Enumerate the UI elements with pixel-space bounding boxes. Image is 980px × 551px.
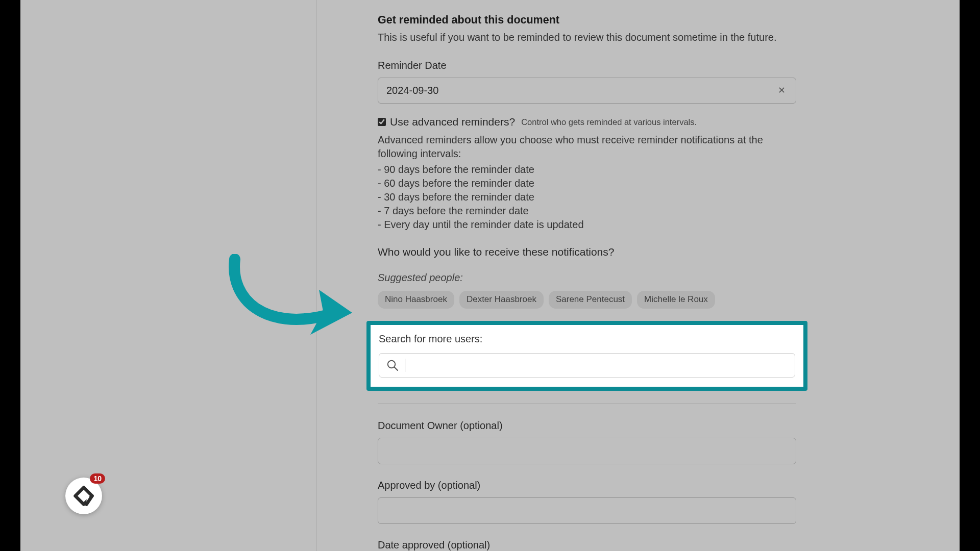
approved-by-input[interactable]: [378, 497, 796, 524]
interval-item: - 30 days before the reminder date: [378, 190, 796, 204]
reminder-date-input[interactable]: 2024-09-30 ✕: [378, 78, 796, 104]
advanced-intervals-list: - 90 days before the reminder date - 60 …: [378, 163, 796, 232]
suggested-person-chip[interactable]: Nino Haasbroek: [378, 291, 454, 309]
search-users-input[interactable]: [411, 359, 788, 371]
date-approved-label: Date approved (optional): [378, 538, 796, 551]
reminder-date-value: 2024-09-30: [386, 84, 438, 97]
search-icon: [386, 359, 399, 371]
advanced-description: Advanced reminders allow you choose who …: [378, 133, 796, 161]
section-divider: [378, 403, 796, 404]
text-caret: [405, 359, 405, 372]
advanced-reminders-checkbox[interactable]: [378, 118, 386, 126]
reminder-heading: Get reminded about this document: [378, 13, 796, 28]
left-sidebar: [20, 0, 316, 551]
help-widget-button[interactable]: 10: [65, 478, 102, 514]
interval-item: - 90 days before the reminder date: [378, 163, 796, 177]
search-users-label: Search for more users:: [379, 332, 795, 346]
suggested-person-chip[interactable]: Sarene Pentecust: [549, 291, 632, 309]
advanced-reminders-hint: Control who gets reminded at various int…: [521, 116, 697, 128]
reminder-date-label: Reminder Date: [378, 59, 796, 72]
main-content: Get reminded about this document This is…: [378, 13, 796, 551]
suggested-people-label: Suggested people:: [378, 271, 796, 285]
interval-item: - Every day until the reminder date is u…: [378, 218, 796, 232]
suggested-people-chips: Nino Haasbroek Dexter Haasbroek Sarene P…: [378, 291, 796, 309]
interval-item: - 60 days before the reminder date: [378, 177, 796, 190]
reminder-subtext: This is useful if you want to be reminde…: [378, 31, 796, 44]
search-users-highlight: Search for more users:: [366, 321, 807, 391]
interval-item: - 7 days before the reminder date: [378, 204, 796, 218]
approved-by-label: Approved by (optional): [378, 479, 796, 492]
app-logo-icon: [72, 485, 95, 507]
svg-line-1: [395, 367, 398, 370]
search-users-input-wrap[interactable]: [379, 353, 795, 378]
suggested-person-chip[interactable]: Michelle le Roux: [637, 291, 715, 309]
suggested-person-chip[interactable]: Dexter Haasbroek: [459, 291, 544, 309]
document-owner-label: Document Owner (optional): [378, 419, 796, 433]
document-owner-input[interactable]: [378, 438, 796, 464]
clear-date-icon[interactable]: ✕: [776, 84, 788, 96]
advanced-reminders-label[interactable]: Use advanced reminders?: [390, 115, 515, 129]
help-widget-badge: 10: [90, 473, 105, 484]
notify-question: Who would you like to receive these noti…: [378, 245, 796, 259]
